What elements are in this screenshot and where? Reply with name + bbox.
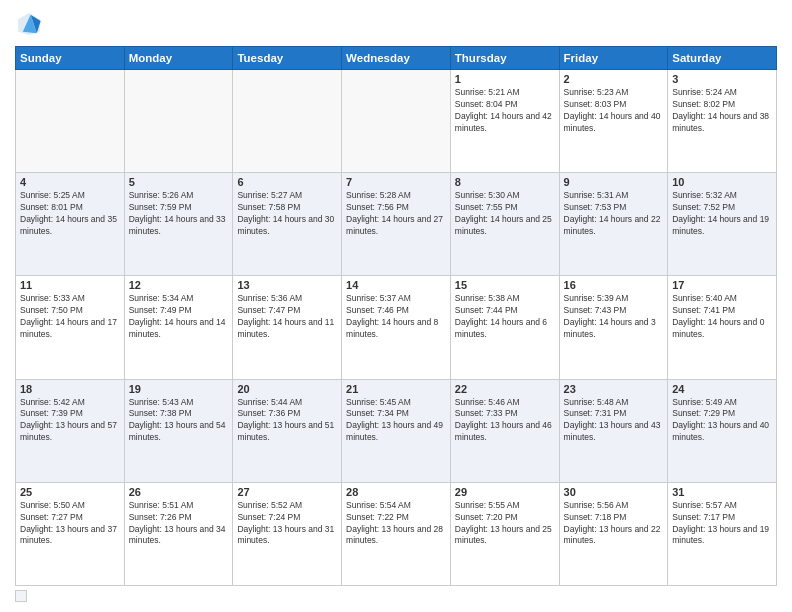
day-cell: 5Sunrise: 5:26 AMSunset: 7:59 PMDaylight… xyxy=(124,173,233,276)
day-number: 6 xyxy=(237,176,337,188)
day-number: 21 xyxy=(346,383,446,395)
day-info: Sunrise: 5:26 AMSunset: 7:59 PMDaylight:… xyxy=(129,190,226,236)
day-info: Sunrise: 5:56 AMSunset: 7:18 PMDaylight:… xyxy=(564,500,661,546)
day-number: 9 xyxy=(564,176,664,188)
day-info: Sunrise: 5:37 AMSunset: 7:46 PMDaylight:… xyxy=(346,293,438,339)
logo-icon xyxy=(15,10,43,38)
day-cell: 20Sunrise: 5:44 AMSunset: 7:36 PMDayligh… xyxy=(233,379,342,482)
weekday-thursday: Thursday xyxy=(450,47,559,70)
day-number: 19 xyxy=(129,383,229,395)
day-cell xyxy=(342,70,451,173)
day-info: Sunrise: 5:27 AMSunset: 7:58 PMDaylight:… xyxy=(237,190,334,236)
day-cell xyxy=(16,70,125,173)
day-info: Sunrise: 5:36 AMSunset: 7:47 PMDaylight:… xyxy=(237,293,334,339)
day-cell: 17Sunrise: 5:40 AMSunset: 7:41 PMDayligh… xyxy=(668,276,777,379)
day-number: 13 xyxy=(237,279,337,291)
day-cell: 8Sunrise: 5:30 AMSunset: 7:55 PMDaylight… xyxy=(450,173,559,276)
day-info: Sunrise: 5:21 AMSunset: 8:04 PMDaylight:… xyxy=(455,87,552,133)
day-number: 4 xyxy=(20,176,120,188)
day-info: Sunrise: 5:40 AMSunset: 7:41 PMDaylight:… xyxy=(672,293,764,339)
day-cell: 10Sunrise: 5:32 AMSunset: 7:52 PMDayligh… xyxy=(668,173,777,276)
day-info: Sunrise: 5:54 AMSunset: 7:22 PMDaylight:… xyxy=(346,500,443,546)
day-number: 25 xyxy=(20,486,120,498)
weekday-friday: Friday xyxy=(559,47,668,70)
footer xyxy=(15,590,777,602)
day-info: Sunrise: 5:24 AMSunset: 8:02 PMDaylight:… xyxy=(672,87,769,133)
day-cell: 3Sunrise: 5:24 AMSunset: 8:02 PMDaylight… xyxy=(668,70,777,173)
day-info: Sunrise: 5:32 AMSunset: 7:52 PMDaylight:… xyxy=(672,190,769,236)
day-cell: 11Sunrise: 5:33 AMSunset: 7:50 PMDayligh… xyxy=(16,276,125,379)
day-cell: 7Sunrise: 5:28 AMSunset: 7:56 PMDaylight… xyxy=(342,173,451,276)
day-number: 10 xyxy=(672,176,772,188)
day-info: Sunrise: 5:33 AMSunset: 7:50 PMDaylight:… xyxy=(20,293,117,339)
day-info: Sunrise: 5:43 AMSunset: 7:38 PMDaylight:… xyxy=(129,397,226,443)
day-info: Sunrise: 5:23 AMSunset: 8:03 PMDaylight:… xyxy=(564,87,661,133)
day-info: Sunrise: 5:48 AMSunset: 7:31 PMDaylight:… xyxy=(564,397,661,443)
header xyxy=(15,10,777,38)
day-cell xyxy=(124,70,233,173)
day-number: 3 xyxy=(672,73,772,85)
day-cell: 22Sunrise: 5:46 AMSunset: 7:33 PMDayligh… xyxy=(450,379,559,482)
day-cell: 12Sunrise: 5:34 AMSunset: 7:49 PMDayligh… xyxy=(124,276,233,379)
day-cell: 21Sunrise: 5:45 AMSunset: 7:34 PMDayligh… xyxy=(342,379,451,482)
day-info: Sunrise: 5:50 AMSunset: 7:27 PMDaylight:… xyxy=(20,500,117,546)
day-cell: 27Sunrise: 5:52 AMSunset: 7:24 PMDayligh… xyxy=(233,482,342,585)
day-number: 23 xyxy=(564,383,664,395)
day-info: Sunrise: 5:57 AMSunset: 7:17 PMDaylight:… xyxy=(672,500,769,546)
day-cell: 15Sunrise: 5:38 AMSunset: 7:44 PMDayligh… xyxy=(450,276,559,379)
page: SundayMondayTuesdayWednesdayThursdayFrid… xyxy=(0,0,792,612)
day-number: 5 xyxy=(129,176,229,188)
day-number: 20 xyxy=(237,383,337,395)
weekday-monday: Monday xyxy=(124,47,233,70)
day-number: 31 xyxy=(672,486,772,498)
day-cell: 6Sunrise: 5:27 AMSunset: 7:58 PMDaylight… xyxy=(233,173,342,276)
day-info: Sunrise: 5:55 AMSunset: 7:20 PMDaylight:… xyxy=(455,500,552,546)
calendar-table: SundayMondayTuesdayWednesdayThursdayFrid… xyxy=(15,46,777,586)
day-number: 17 xyxy=(672,279,772,291)
logo xyxy=(15,10,47,38)
day-info: Sunrise: 5:46 AMSunset: 7:33 PMDaylight:… xyxy=(455,397,552,443)
day-info: Sunrise: 5:51 AMSunset: 7:26 PMDaylight:… xyxy=(129,500,226,546)
day-cell: 25Sunrise: 5:50 AMSunset: 7:27 PMDayligh… xyxy=(16,482,125,585)
day-number: 16 xyxy=(564,279,664,291)
day-number: 29 xyxy=(455,486,555,498)
day-info: Sunrise: 5:38 AMSunset: 7:44 PMDaylight:… xyxy=(455,293,547,339)
day-cell: 1Sunrise: 5:21 AMSunset: 8:04 PMDaylight… xyxy=(450,70,559,173)
day-cell: 18Sunrise: 5:42 AMSunset: 7:39 PMDayligh… xyxy=(16,379,125,482)
day-info: Sunrise: 5:42 AMSunset: 7:39 PMDaylight:… xyxy=(20,397,117,443)
weekday-header-row: SundayMondayTuesdayWednesdayThursdayFrid… xyxy=(16,47,777,70)
day-info: Sunrise: 5:39 AMSunset: 7:43 PMDaylight:… xyxy=(564,293,656,339)
day-number: 14 xyxy=(346,279,446,291)
week-row-2: 4Sunrise: 5:25 AMSunset: 8:01 PMDaylight… xyxy=(16,173,777,276)
week-row-3: 11Sunrise: 5:33 AMSunset: 7:50 PMDayligh… xyxy=(16,276,777,379)
day-number: 27 xyxy=(237,486,337,498)
day-number: 15 xyxy=(455,279,555,291)
weekday-tuesday: Tuesday xyxy=(233,47,342,70)
day-cell: 30Sunrise: 5:56 AMSunset: 7:18 PMDayligh… xyxy=(559,482,668,585)
day-cell: 16Sunrise: 5:39 AMSunset: 7:43 PMDayligh… xyxy=(559,276,668,379)
day-number: 22 xyxy=(455,383,555,395)
day-info: Sunrise: 5:31 AMSunset: 7:53 PMDaylight:… xyxy=(564,190,661,236)
day-info: Sunrise: 5:52 AMSunset: 7:24 PMDaylight:… xyxy=(237,500,334,546)
week-row-5: 25Sunrise: 5:50 AMSunset: 7:27 PMDayligh… xyxy=(16,482,777,585)
day-number: 12 xyxy=(129,279,229,291)
day-number: 7 xyxy=(346,176,446,188)
day-cell: 13Sunrise: 5:36 AMSunset: 7:47 PMDayligh… xyxy=(233,276,342,379)
day-number: 11 xyxy=(20,279,120,291)
day-cell: 9Sunrise: 5:31 AMSunset: 7:53 PMDaylight… xyxy=(559,173,668,276)
day-cell xyxy=(233,70,342,173)
day-number: 18 xyxy=(20,383,120,395)
day-number: 8 xyxy=(455,176,555,188)
weekday-saturday: Saturday xyxy=(668,47,777,70)
day-cell: 19Sunrise: 5:43 AMSunset: 7:38 PMDayligh… xyxy=(124,379,233,482)
day-number: 26 xyxy=(129,486,229,498)
day-cell: 2Sunrise: 5:23 AMSunset: 8:03 PMDaylight… xyxy=(559,70,668,173)
day-number: 24 xyxy=(672,383,772,395)
day-number: 1 xyxy=(455,73,555,85)
day-info: Sunrise: 5:44 AMSunset: 7:36 PMDaylight:… xyxy=(237,397,334,443)
day-cell: 28Sunrise: 5:54 AMSunset: 7:22 PMDayligh… xyxy=(342,482,451,585)
day-info: Sunrise: 5:30 AMSunset: 7:55 PMDaylight:… xyxy=(455,190,552,236)
day-cell: 24Sunrise: 5:49 AMSunset: 7:29 PMDayligh… xyxy=(668,379,777,482)
week-row-1: 1Sunrise: 5:21 AMSunset: 8:04 PMDaylight… xyxy=(16,70,777,173)
weekday-wednesday: Wednesday xyxy=(342,47,451,70)
